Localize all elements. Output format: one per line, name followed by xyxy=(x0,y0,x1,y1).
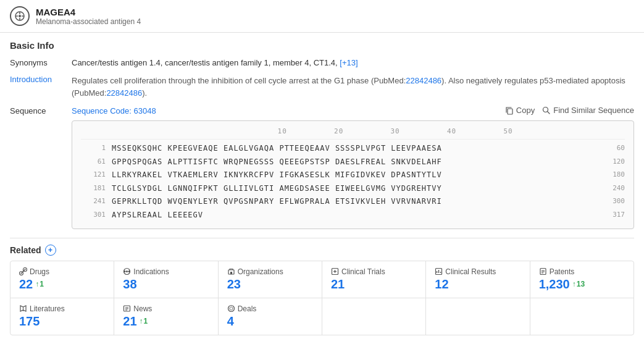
sequence-code-link[interactable]: Sequence Code: 63048 xyxy=(72,106,156,115)
empty-cell-1 xyxy=(322,298,426,335)
svg-point-13 xyxy=(126,271,128,272)
sequence-ruler: 10 20 30 40 50 xyxy=(81,127,625,140)
copy-button[interactable]: Copy xyxy=(505,106,535,115)
intro-text-end: ). xyxy=(142,88,147,98)
svg-line-8 xyxy=(548,111,550,114)
svg-point-12 xyxy=(124,271,126,272)
synonyms-row: Synonyms Cancer/testis antigen 1.4, canc… xyxy=(10,58,634,67)
svg-point-14 xyxy=(128,271,130,272)
related-grid: Drugs 22 ↑ 1 Ind xyxy=(10,261,634,335)
seq-row-1: 1 MSSEQKSQHC KPEEGVEAQE EALGLVGAQA PTTEE… xyxy=(81,142,625,156)
pubmed-link-1[interactable]: 22842486 xyxy=(406,76,441,85)
patents-icon xyxy=(539,267,547,275)
find-similar-button[interactable]: Find Similar Sequence xyxy=(542,106,634,115)
seq-row-3: 121 LLRKYRAKEL VTKAEMLERV IKNYKRCFPV IFG… xyxy=(81,169,625,182)
patents-cell: Patents 1,230 ↑ 13 xyxy=(530,261,634,298)
clinical-results-icon xyxy=(435,267,443,275)
indications-icon xyxy=(123,267,131,275)
protein-subtitle: Melanoma-associated antigen 4 xyxy=(36,17,141,26)
sequence-actions: Copy Find Similar Sequence xyxy=(505,106,634,115)
clinical-trials-cell: Clinical Trials 21 xyxy=(322,261,426,298)
synonyms-label: Synonyms xyxy=(10,58,72,67)
synonyms-text: Cancer/testis antigen 1.4, cancer/testis… xyxy=(72,58,338,67)
svg-rect-16 xyxy=(230,272,232,274)
sequence-box: 10 20 30 40 50 1 MSSEQKSQHC KPEEGVEAQE E… xyxy=(72,120,634,229)
sequence-label: Sequence xyxy=(10,106,72,229)
introduction-label: Introduction xyxy=(10,75,72,99)
drugs-icon xyxy=(19,267,27,275)
protein-name: MAGEA4 xyxy=(36,7,141,17)
empty-cell-2 xyxy=(426,298,530,335)
copy-icon xyxy=(505,106,514,115)
svg-rect-6 xyxy=(508,109,512,114)
protein-icon xyxy=(10,6,30,26)
synonyms-more-link[interactable]: [+13] xyxy=(340,58,358,67)
sequence-value: Sequence Code: 63048 Copy xyxy=(72,106,634,229)
sequence-header: Sequence Code: 63048 Copy xyxy=(72,106,634,115)
introduction-row: Introduction Regulates cell proliferatio… xyxy=(10,75,634,99)
sequence-row: Sequence Sequence Code: 63048 Copy xyxy=(10,106,634,229)
seq-row-5: 241 GEPRKLLTQD WVQENYLEYR QVPGSNPARY EFL… xyxy=(81,195,625,209)
clinical-trials-icon xyxy=(331,267,339,275)
add-related-button[interactable]: + xyxy=(45,245,56,256)
empty-cell-3 xyxy=(530,298,634,335)
news-icon xyxy=(123,304,131,313)
find-similar-label: Find Similar Sequence xyxy=(553,106,634,115)
introduction-value: Regulates cell proliferation through the… xyxy=(72,75,634,99)
svg-point-33 xyxy=(228,306,234,312)
pubmed-link-2[interactable]: 22842486 xyxy=(106,88,142,98)
seq-row-4: 181 TCLGLSYDGL LGNNQIFPKT GLLIIVLGTI AME… xyxy=(81,182,625,196)
organizations-cell: Organizations 23 xyxy=(219,261,322,298)
svg-point-1 xyxy=(19,15,21,17)
drugs-cell: Drugs 22 ↑ 1 xyxy=(10,261,114,298)
literatures-icon xyxy=(19,304,27,313)
related-title: Related + xyxy=(10,245,634,256)
page-header: MAGEA4 Melanoma-associated antigen 4 xyxy=(0,0,644,33)
deals-cell: Deals 4 xyxy=(219,298,322,335)
seq-row-6: 301 AYPSLREAAL LEEEEGV 317 xyxy=(81,209,625,222)
related-row-1: Drugs 22 ↑ 1 Ind xyxy=(10,261,634,298)
seq-row-2: 61 GPPQSPQGAS ALPTTISFTC WRQPNEGSSS QEEE… xyxy=(81,156,625,169)
related-row-2: Literatures 175 News xyxy=(10,298,634,335)
clinical-results-cell: Clinical Results 12 xyxy=(426,261,530,298)
intro-text-part1: Regulates cell proliferation through the… xyxy=(72,76,406,85)
copy-label: Copy xyxy=(516,106,535,115)
news-cell: News 21 ↑ 1 xyxy=(114,298,218,335)
find-similar-icon xyxy=(542,106,551,115)
indications-cell: Indications 38 xyxy=(114,261,218,298)
literatures-cell: Literatures 175 xyxy=(10,298,114,335)
main-content: Basic Info Synonyms Cancer/testis antige… xyxy=(0,33,644,343)
synonyms-value: Cancer/testis antigen 1.4, cancer/testis… xyxy=(72,58,634,67)
deals-icon xyxy=(227,304,235,313)
organizations-icon xyxy=(227,267,235,275)
related-section: Related + Drugs 22 ↑ xyxy=(10,238,634,335)
basic-info-title: Basic Info xyxy=(10,40,634,51)
